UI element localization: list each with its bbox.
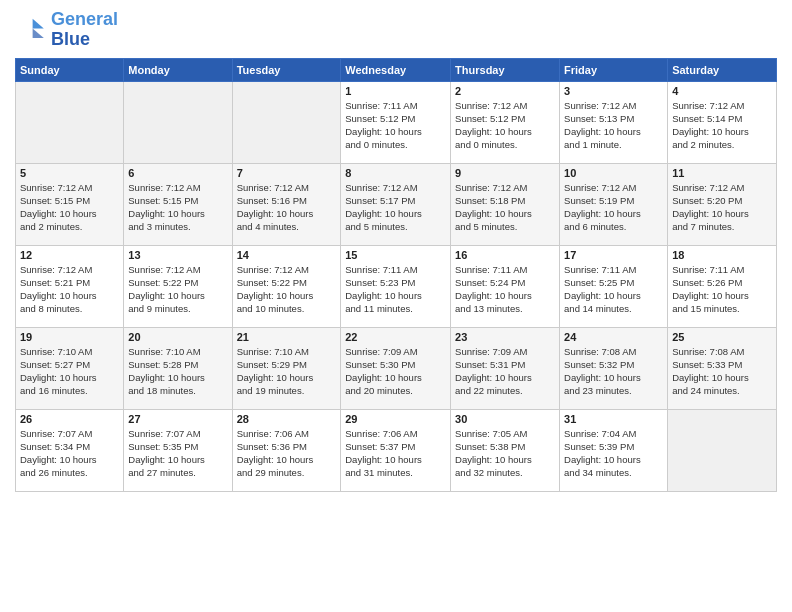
day-info: Sunrise: 7:12 AM Sunset: 5:19 PM Dayligh… <box>564 181 663 234</box>
calendar-cell: 9Sunrise: 7:12 AM Sunset: 5:18 PM Daylig… <box>451 163 560 245</box>
weekday-header: Tuesday <box>232 58 341 81</box>
day-number: 18 <box>672 249 772 261</box>
svg-marker-0 <box>33 19 44 29</box>
day-info: Sunrise: 7:12 AM Sunset: 5:18 PM Dayligh… <box>455 181 555 234</box>
calendar-cell: 21Sunrise: 7:10 AM Sunset: 5:29 PM Dayli… <box>232 327 341 409</box>
calendar-cell: 29Sunrise: 7:06 AM Sunset: 5:37 PM Dayli… <box>341 409 451 491</box>
calendar-cell: 31Sunrise: 7:04 AM Sunset: 5:39 PM Dayli… <box>560 409 668 491</box>
day-info: Sunrise: 7:11 AM Sunset: 5:26 PM Dayligh… <box>672 263 772 316</box>
day-info: Sunrise: 7:12 AM Sunset: 5:22 PM Dayligh… <box>128 263 227 316</box>
calendar-cell <box>16 81 124 163</box>
calendar-cell: 18Sunrise: 7:11 AM Sunset: 5:26 PM Dayli… <box>668 245 777 327</box>
day-info: Sunrise: 7:12 AM Sunset: 5:17 PM Dayligh… <box>345 181 446 234</box>
day-number: 15 <box>345 249 446 261</box>
day-info: Sunrise: 7:12 AM Sunset: 5:15 PM Dayligh… <box>20 181 119 234</box>
day-info: Sunrise: 7:12 AM Sunset: 5:16 PM Dayligh… <box>237 181 337 234</box>
day-info: Sunrise: 7:05 AM Sunset: 5:38 PM Dayligh… <box>455 427 555 480</box>
day-info: Sunrise: 7:11 AM Sunset: 5:24 PM Dayligh… <box>455 263 555 316</box>
calendar-cell: 3Sunrise: 7:12 AM Sunset: 5:13 PM Daylig… <box>560 81 668 163</box>
day-number: 28 <box>237 413 337 425</box>
calendar-cell: 7Sunrise: 7:12 AM Sunset: 5:16 PM Daylig… <box>232 163 341 245</box>
calendar-cell: 27Sunrise: 7:07 AM Sunset: 5:35 PM Dayli… <box>124 409 232 491</box>
day-info: Sunrise: 7:12 AM Sunset: 5:20 PM Dayligh… <box>672 181 772 234</box>
main-container: General Blue SundayMondayTuesdayWednesda… <box>0 0 792 502</box>
calendar-cell: 19Sunrise: 7:10 AM Sunset: 5:27 PM Dayli… <box>16 327 124 409</box>
day-info: Sunrise: 7:06 AM Sunset: 5:36 PM Dayligh… <box>237 427 337 480</box>
day-info: Sunrise: 7:12 AM Sunset: 5:21 PM Dayligh… <box>20 263 119 316</box>
calendar-week-row: 26Sunrise: 7:07 AM Sunset: 5:34 PM Dayli… <box>16 409 777 491</box>
day-number: 12 <box>20 249 119 261</box>
day-number: 5 <box>20 167 119 179</box>
weekday-header: Monday <box>124 58 232 81</box>
weekday-header: Sunday <box>16 58 124 81</box>
day-number: 30 <box>455 413 555 425</box>
calendar-cell: 22Sunrise: 7:09 AM Sunset: 5:30 PM Dayli… <box>341 327 451 409</box>
calendar-cell: 23Sunrise: 7:09 AM Sunset: 5:31 PM Dayli… <box>451 327 560 409</box>
svg-marker-1 <box>33 28 44 38</box>
header: General Blue <box>15 10 777 50</box>
calendar-week-row: 12Sunrise: 7:12 AM Sunset: 5:21 PM Dayli… <box>16 245 777 327</box>
calendar-cell <box>668 409 777 491</box>
day-info: Sunrise: 7:12 AM Sunset: 5:15 PM Dayligh… <box>128 181 227 234</box>
day-number: 7 <box>237 167 337 179</box>
calendar-cell: 17Sunrise: 7:11 AM Sunset: 5:25 PM Dayli… <box>560 245 668 327</box>
day-number: 14 <box>237 249 337 261</box>
weekday-header-row: SundayMondayTuesdayWednesdayThursdayFrid… <box>16 58 777 81</box>
day-number: 24 <box>564 331 663 343</box>
day-number: 22 <box>345 331 446 343</box>
calendar-cell: 20Sunrise: 7:10 AM Sunset: 5:28 PM Dayli… <box>124 327 232 409</box>
day-info: Sunrise: 7:12 AM Sunset: 5:22 PM Dayligh… <box>237 263 337 316</box>
logo: General Blue <box>15 10 118 50</box>
day-number: 8 <box>345 167 446 179</box>
day-info: Sunrise: 7:09 AM Sunset: 5:31 PM Dayligh… <box>455 345 555 398</box>
day-info: Sunrise: 7:11 AM Sunset: 5:12 PM Dayligh… <box>345 99 446 152</box>
weekday-header: Wednesday <box>341 58 451 81</box>
calendar-cell: 5Sunrise: 7:12 AM Sunset: 5:15 PM Daylig… <box>16 163 124 245</box>
calendar-cell: 4Sunrise: 7:12 AM Sunset: 5:14 PM Daylig… <box>668 81 777 163</box>
day-info: Sunrise: 7:11 AM Sunset: 5:25 PM Dayligh… <box>564 263 663 316</box>
day-number: 19 <box>20 331 119 343</box>
day-number: 13 <box>128 249 227 261</box>
weekday-header: Saturday <box>668 58 777 81</box>
day-info: Sunrise: 7:07 AM Sunset: 5:34 PM Dayligh… <box>20 427 119 480</box>
day-info: Sunrise: 7:10 AM Sunset: 5:28 PM Dayligh… <box>128 345 227 398</box>
calendar-week-row: 19Sunrise: 7:10 AM Sunset: 5:27 PM Dayli… <box>16 327 777 409</box>
calendar-week-row: 5Sunrise: 7:12 AM Sunset: 5:15 PM Daylig… <box>16 163 777 245</box>
day-number: 25 <box>672 331 772 343</box>
calendar-week-row: 1Sunrise: 7:11 AM Sunset: 5:12 PM Daylig… <box>16 81 777 163</box>
logo-text: General Blue <box>51 10 118 50</box>
day-number: 23 <box>455 331 555 343</box>
day-number: 6 <box>128 167 227 179</box>
day-info: Sunrise: 7:10 AM Sunset: 5:27 PM Dayligh… <box>20 345 119 398</box>
calendar-cell <box>232 81 341 163</box>
day-info: Sunrise: 7:09 AM Sunset: 5:30 PM Dayligh… <box>345 345 446 398</box>
calendar-cell: 15Sunrise: 7:11 AM Sunset: 5:23 PM Dayli… <box>341 245 451 327</box>
day-info: Sunrise: 7:12 AM Sunset: 5:14 PM Dayligh… <box>672 99 772 152</box>
day-number: 20 <box>128 331 227 343</box>
day-info: Sunrise: 7:12 AM Sunset: 5:12 PM Dayligh… <box>455 99 555 152</box>
calendar-cell: 14Sunrise: 7:12 AM Sunset: 5:22 PM Dayli… <box>232 245 341 327</box>
calendar-cell: 30Sunrise: 7:05 AM Sunset: 5:38 PM Dayli… <box>451 409 560 491</box>
calendar-cell: 24Sunrise: 7:08 AM Sunset: 5:32 PM Dayli… <box>560 327 668 409</box>
day-number: 11 <box>672 167 772 179</box>
calendar-cell <box>124 81 232 163</box>
calendar-cell: 6Sunrise: 7:12 AM Sunset: 5:15 PM Daylig… <box>124 163 232 245</box>
calendar-cell: 28Sunrise: 7:06 AM Sunset: 5:36 PM Dayli… <box>232 409 341 491</box>
calendar-cell: 8Sunrise: 7:12 AM Sunset: 5:17 PM Daylig… <box>341 163 451 245</box>
calendar-cell: 12Sunrise: 7:12 AM Sunset: 5:21 PM Dayli… <box>16 245 124 327</box>
calendar-cell: 2Sunrise: 7:12 AM Sunset: 5:12 PM Daylig… <box>451 81 560 163</box>
day-number: 2 <box>455 85 555 97</box>
calendar-cell: 11Sunrise: 7:12 AM Sunset: 5:20 PM Dayli… <box>668 163 777 245</box>
calendar-cell: 25Sunrise: 7:08 AM Sunset: 5:33 PM Dayli… <box>668 327 777 409</box>
calendar-table: SundayMondayTuesdayWednesdayThursdayFrid… <box>15 58 777 492</box>
day-number: 4 <box>672 85 772 97</box>
day-number: 10 <box>564 167 663 179</box>
day-info: Sunrise: 7:11 AM Sunset: 5:23 PM Dayligh… <box>345 263 446 316</box>
day-number: 27 <box>128 413 227 425</box>
day-info: Sunrise: 7:12 AM Sunset: 5:13 PM Dayligh… <box>564 99 663 152</box>
day-info: Sunrise: 7:08 AM Sunset: 5:33 PM Dayligh… <box>672 345 772 398</box>
day-number: 31 <box>564 413 663 425</box>
logo-icon <box>15 14 47 46</box>
day-number: 21 <box>237 331 337 343</box>
calendar-cell: 1Sunrise: 7:11 AM Sunset: 5:12 PM Daylig… <box>341 81 451 163</box>
